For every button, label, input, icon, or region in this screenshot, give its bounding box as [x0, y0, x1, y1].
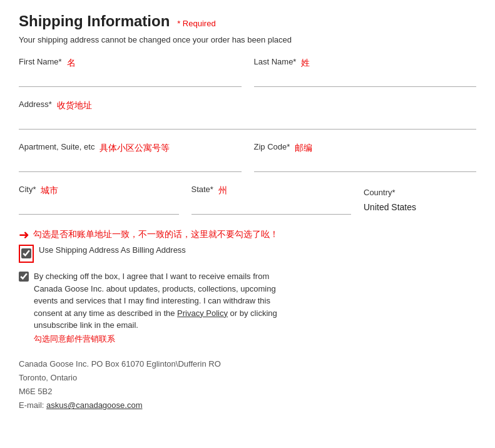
address-group: Address* 收货地址	[19, 99, 476, 130]
city-state-country-row: City* 城市 State* 州 Country* United States	[19, 185, 476, 215]
contact-info: Canada Goose Inc. PO Box 61070 Eglinton\…	[19, 357, 476, 412]
zip-code-input[interactable]	[254, 154, 477, 172]
last-name-group: Last Name* 姓	[254, 57, 477, 87]
page-title: Shipping Information	[19, 13, 170, 29]
consent-checkbox[interactable]	[19, 272, 29, 282]
billing-checkbox-row: Use Shipping Address As Billing Address	[19, 245, 476, 263]
state-hint: 州	[218, 185, 227, 196]
arrow-icon: ➜	[19, 227, 29, 242]
state-label: State*	[191, 185, 213, 194]
first-name-hint: 名	[67, 58, 76, 69]
email-label: E-mail:	[19, 400, 46, 410]
city-label: City*	[19, 185, 36, 194]
last-name-hint: 姓	[301, 58, 310, 69]
state-input[interactable]	[191, 196, 352, 215]
zip-code-label: Zip Code*	[254, 142, 290, 151]
zip-code-hint: 邮编	[295, 143, 312, 154]
apartment-input[interactable]	[19, 154, 242, 172]
city-group: City* 城市	[19, 185, 179, 215]
consent-checkbox-row: By checking off the box, I agree that I …	[19, 270, 476, 345]
apartment-hint: 具体小区公寓号等	[100, 143, 170, 154]
billing-checkbox[interactable]	[21, 248, 31, 258]
required-indicator: * Required	[177, 19, 215, 28]
subtitle-text: Your shipping address cannot be changed …	[19, 35, 476, 44]
consent-annotation: 勾选同意邮件营销联系	[34, 333, 297, 345]
state-group: State* 州	[191, 185, 352, 215]
first-name-input[interactable]	[19, 69, 242, 87]
billing-checkbox-highlight	[19, 245, 34, 263]
contact-email-row: E-mail: askus@canadagoose.com	[19, 399, 476, 412]
name-row: First Name* 名 Last Name* 姓	[19, 57, 476, 87]
consent-block: By checking off the box, I agree that I …	[19, 270, 476, 345]
contact-line1: Canada Goose Inc. PO Box 61070 Eglinton\…	[19, 357, 476, 371]
billing-checkbox-label[interactable]: Use Shipping Address As Billing Address	[39, 245, 186, 256]
billing-annotation-text: 勾选是否和账单地址一致，不一致的话，这里就不要勾选了吆！	[33, 229, 278, 240]
country-group: Country* United States	[364, 188, 476, 215]
first-name-label: First Name*	[19, 57, 62, 66]
country-value: United States	[364, 200, 476, 215]
page-header: Shipping Information * Required Your shi…	[19, 13, 476, 44]
apt-zip-row: Apartment, Suite, etc 具体小区公寓号等 Zip Code*…	[19, 142, 476, 172]
consent-text: By checking off the box, I agree that I …	[34, 270, 297, 345]
email-link[interactable]: askus@canadagoose.com	[46, 400, 142, 410]
zip-code-group: Zip Code* 邮编	[254, 142, 477, 172]
last-name-label: Last Name*	[254, 57, 297, 66]
city-input[interactable]	[19, 196, 179, 215]
last-name-input[interactable]	[254, 69, 477, 87]
apartment-label: Apartment, Suite, etc	[19, 142, 94, 151]
country-label: Country*	[364, 188, 476, 197]
address-label: Address*	[19, 99, 52, 109]
address-row: Address* 收货地址	[19, 99, 476, 130]
contact-line3: M6E 5B2	[19, 385, 476, 399]
apartment-group: Apartment, Suite, etc 具体小区公寓号等	[19, 142, 242, 172]
privacy-policy-link[interactable]: Privacy Policy	[177, 308, 228, 318]
first-name-group: First Name* 名	[19, 57, 242, 87]
address-input[interactable]	[19, 111, 476, 130]
shipping-form: First Name* 名 Last Name* 姓 Address* 收货地址	[19, 57, 476, 412]
address-hint: 收货地址	[57, 100, 92, 111]
billing-annotation-row: ➜ 勾选是否和账单地址一致，不一致的话，这里就不要勾选了吆！	[19, 227, 476, 242]
contact-line2: Toronto, Ontario	[19, 371, 476, 385]
city-hint: 城市	[41, 185, 58, 196]
